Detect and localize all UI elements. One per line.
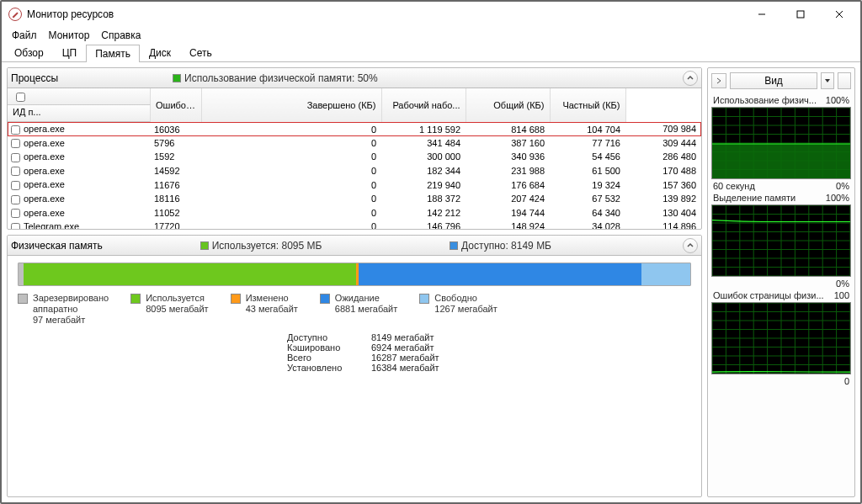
processes-panel: Процессы Использование физической памяти…	[7, 67, 702, 230]
row-checkbox[interactable]	[11, 181, 20, 190]
view-button[interactable]: Вид	[730, 72, 817, 89]
legend-item: Свободно1267 мегабайт	[419, 293, 497, 326]
row-checkbox[interactable]	[11, 223, 20, 229]
maximize-button[interactable]	[781, 2, 820, 27]
used-swatch	[200, 241, 209, 250]
select-all-checkbox[interactable]	[16, 93, 25, 102]
col-commit[interactable]: Завершено (КБ)	[201, 88, 381, 122]
tab-memory[interactable]: Память	[86, 45, 140, 62]
menu-help[interactable]: Справка	[96, 28, 146, 43]
row-checkbox[interactable]	[11, 125, 20, 135]
graph-title: Выделение памяти	[713, 193, 795, 203]
view-separator	[838, 72, 851, 89]
graph-block: Выделение памяти100%0%	[711, 193, 851, 289]
stat-row: Установлено16384 мегабайт	[287, 363, 691, 373]
graph-max: 100	[834, 290, 849, 300]
menubar: Файл Монитор Справка	[2, 27, 860, 44]
graph-canvas	[711, 107, 851, 179]
physmem-title: Физическая память	[11, 240, 103, 252]
processes-title: Процессы	[11, 72, 58, 84]
graph-max: 100%	[826, 95, 849, 105]
memory-stats: Доступно8149 мегабайтКэшировано6924 мега…	[287, 332, 691, 373]
graphs-sidebar: Вид Использование физич...100%60 секунд0…	[707, 67, 855, 497]
window-title: Монитор ресурсов	[27, 8, 742, 20]
memory-bar	[18, 263, 691, 286]
row-checkbox[interactable]	[11, 209, 20, 218]
tab-cpu[interactable]: ЦП	[53, 44, 87, 61]
legend-item: Изменено43 мегабайт	[231, 293, 298, 326]
processes-table: Образ ИД п... Ошибок страницы физической…	[8, 88, 701, 229]
table-row[interactable]: opera.exe145920182 344231 98861 500170 4…	[8, 164, 701, 178]
avail-swatch	[450, 241, 458, 250]
usage-label: Использование физической памяти: 50%	[184, 72, 378, 84]
app-icon	[8, 8, 22, 21]
tabstrip: Обзор ЦП Память Диск Сеть	[2, 44, 860, 62]
close-button[interactable]	[820, 2, 859, 27]
col-hardfaults[interactable]: Ошибок страницы физической памяти/сек	[151, 88, 201, 122]
used-label: Используется: 8095 МБ	[212, 240, 322, 252]
row-checkbox[interactable]	[11, 167, 20, 176]
titlebar: Монитор ресурсов	[2, 2, 860, 27]
collapse-physmem-button[interactable]	[683, 238, 698, 253]
col-workingset[interactable]: Рабочий набо...	[381, 88, 466, 122]
col-private[interactable]: Частный (КБ)	[550, 88, 625, 122]
collapse-processes-button[interactable]	[683, 71, 698, 86]
usage-swatch	[173, 74, 181, 82]
row-checkbox[interactable]	[11, 153, 20, 162]
graph-title: Ошибок страницы физи...	[713, 290, 824, 300]
svg-marker-4	[825, 79, 830, 82]
tab-disk[interactable]: Диск	[140, 44, 180, 61]
table-row[interactable]: opera.exe116760219 940176 68419 324157 3…	[8, 178, 701, 192]
col-image[interactable]: Образ	[8, 88, 151, 105]
table-row[interactable]: opera.exe15920300 000340 93654 456286 48…	[8, 150, 701, 164]
table-row[interactable]: opera.exe57960341 484387 16077 716309 44…	[8, 136, 701, 151]
graph-foot-left: 60 секунд	[713, 181, 755, 191]
table-row[interactable]: opera.exe110520142 212194 74464 340130 4…	[8, 206, 701, 220]
memory-legend: Зарезервированоаппаратно97 мегабайтИспол…	[18, 293, 691, 326]
graph-foot-right: 0	[844, 376, 849, 386]
legend-item: Ожидание6881 мегабайт	[320, 293, 397, 326]
table-row[interactable]: opera.exe1603601 119 592814 688104 70470…	[8, 122, 701, 136]
graphs-prev-button[interactable]	[711, 73, 726, 88]
tab-overview[interactable]: Обзор	[5, 44, 53, 61]
svg-rect-1	[797, 11, 804, 18]
graph-foot-right: 0%	[836, 279, 849, 289]
table-row[interactable]: Telegram.exe177200146 796148 92434 02811…	[8, 220, 701, 229]
graph-foot-right: 0%	[836, 181, 849, 191]
menu-monitor[interactable]: Монитор	[44, 28, 95, 43]
graph-title: Использование физич...	[713, 95, 817, 105]
col-shared[interactable]: Общий (КБ)	[466, 88, 550, 122]
graph-canvas	[711, 204, 851, 277]
graph-max: 100%	[826, 193, 849, 203]
menu-file[interactable]: Файл	[7, 28, 42, 43]
table-row[interactable]: opera.exe181160188 372207 42467 532139 8…	[8, 192, 701, 206]
stat-row: Кэшировано6924 мегабайт	[287, 342, 691, 353]
legend-item: Используется8095 мегабайт	[130, 293, 208, 326]
graph-block: Использование физич...100%60 секунд0%	[711, 95, 851, 191]
stat-row: Всего16287 мегабайт	[287, 353, 691, 363]
stat-row: Доступно8149 мегабайт	[287, 332, 691, 342]
minimize-button[interactable]	[742, 2, 781, 27]
view-dropdown[interactable]	[821, 72, 834, 89]
tab-network[interactable]: Сеть	[180, 44, 221, 61]
graph-block: Ошибок страницы физи...1000	[711, 290, 851, 386]
physical-memory-panel: Физическая память Используется: 8095 МБ …	[7, 235, 702, 497]
avail-label: Доступно: 8149 МБ	[461, 240, 551, 252]
col-pid[interactable]: ИД п...	[8, 105, 151, 122]
row-checkbox[interactable]	[11, 195, 20, 204]
legend-item: Зарезервированоаппаратно97 мегабайт	[18, 293, 109, 326]
graph-canvas	[711, 302, 851, 374]
row-checkbox[interactable]	[11, 139, 20, 148]
